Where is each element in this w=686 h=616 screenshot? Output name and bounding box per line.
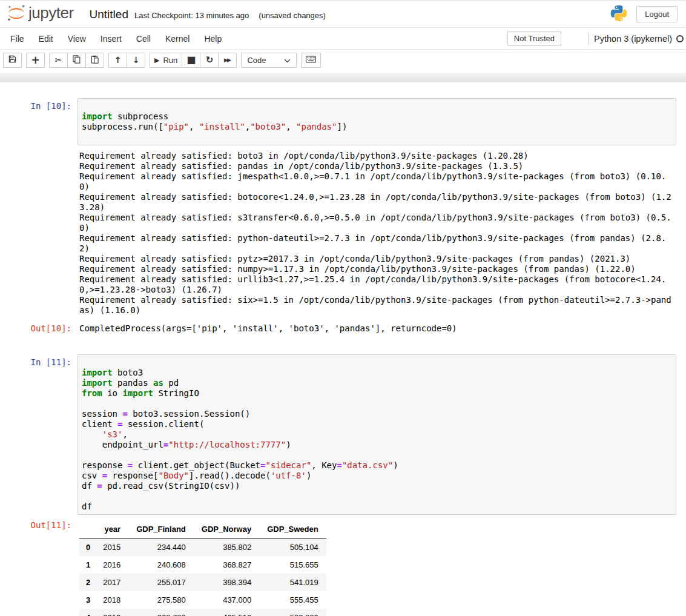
dataframe-table: yearGDP_FinlandGDP_NorwayGDP_Sweden02015…: [79, 520, 326, 616]
code-cell: In [11]: import boto3import pandas as pd…: [9, 354, 676, 515]
menu-insert[interactable]: Insert: [93, 34, 129, 44]
cell-type-value: Code: [247, 56, 266, 65]
menu-help[interactable]: Help: [197, 34, 229, 44]
menu-edit[interactable]: Edit: [31, 34, 61, 44]
move-cell-up-button[interactable]: ↑: [108, 53, 127, 68]
output-prompt: Out[10]:: [9, 323, 78, 334]
cut-cell-button[interactable]: ✂: [49, 53, 68, 68]
autosave-status: (unsaved changes): [259, 11, 326, 20]
jupyter-logo-icon: [6, 3, 27, 26]
kernel-idle-icon: [676, 35, 684, 42]
restart-run-all-button[interactable]: ▶▶: [218, 53, 237, 68]
code-editor[interactable]: import subprocesssubprocess.run(["pip", …: [78, 98, 676, 145]
execute-result-row: Out[10]: CompletedProcess(args=['pip', '…: [9, 323, 676, 334]
title-area: Untitled Last Checkpoint: 13 minutes ago…: [90, 8, 326, 21]
input-prompt: In [10]:: [9, 98, 78, 111]
header-right: Logout: [610, 4, 678, 25]
menu-bar: File Edit View Insert Cell Kernel Help N…: [0, 28, 686, 50]
header: jupyter Untitled Last Checkpoint: 13 min…: [0, 1, 686, 28]
fast-forward-icon: ▶▶: [224, 58, 231, 63]
keyboard-icon: [306, 56, 316, 65]
code-lines: import subprocesssubprocess.run(["pip", …: [82, 101, 672, 142]
paste-icon: [91, 55, 99, 65]
restart-kernel-button[interactable]: ↻: [200, 53, 219, 68]
header-shadow-band: [0, 73, 686, 82]
notebook-title[interactable]: Untitled: [90, 8, 128, 21]
dataframe-output: yearGDP_FinlandGDP_NorwayGDP_Sweden02015…: [78, 520, 326, 616]
python-logo-icon: [610, 4, 628, 25]
output-stream-row: Requirement already satisfied: boto3 in …: [9, 151, 676, 316]
copy-cell-button[interactable]: [67, 53, 86, 68]
run-label: Run: [163, 56, 177, 65]
plus-icon: +: [31, 55, 39, 65]
menu-file[interactable]: File: [3, 34, 31, 44]
kernel-separator: [588, 33, 589, 45]
arrow-down-icon: ↓: [133, 56, 140, 64]
stream-output: Requirement already satisfied: boto3 in …: [78, 151, 672, 316]
notebook-app: jupyter Untitled Last Checkpoint: 13 min…: [0, 0, 686, 616]
interrupt-kernel-button[interactable]: ■: [182, 53, 200, 68]
add-cell-button[interactable]: +: [26, 53, 45, 68]
not-trusted-badge[interactable]: Not Trusted: [507, 31, 561, 46]
menu-view[interactable]: View: [61, 34, 93, 44]
code-cell: In [10]: import subprocesssubprocess.run…: [9, 98, 676, 145]
execute-result-row: Out[11]: yearGDP_FinlandGDP_NorwayGDP_Sw…: [9, 520, 676, 616]
input-prompt: In [11]:: [9, 354, 78, 368]
output-prompt: Out[11]:: [9, 520, 78, 531]
checkpoint-status: Last Checkpoint: 13 minutes ago: [134, 11, 249, 20]
save-icon: [8, 55, 16, 65]
chevron-down-icon: [284, 56, 291, 65]
execute-result-text: CompletedProcess(args=['pip', 'install',…: [78, 323, 457, 334]
menu-cell[interactable]: Cell: [129, 34, 158, 44]
paste-cell-button[interactable]: [85, 53, 104, 68]
save-button[interactable]: [3, 53, 22, 68]
kernel-name: Python 3 (ipykernel): [594, 34, 672, 44]
copy-icon: [73, 55, 81, 65]
logout-button[interactable]: Logout: [636, 6, 678, 22]
notebook-area: In [10]: import subprocesssubprocess.run…: [0, 82, 686, 616]
play-icon: ▶: [154, 57, 159, 64]
jupyter-logo[interactable]: jupyter: [6, 3, 74, 26]
menubar-right: Not Trusted Python 3 (ipykernel): [507, 31, 684, 46]
stop-icon: ■: [186, 55, 196, 65]
arrow-up-icon: ↑: [114, 56, 122, 64]
jupyter-logo-text: jupyter: [28, 4, 74, 22]
run-button[interactable]: ▶ Run: [150, 53, 182, 68]
command-palette-button[interactable]: [301, 53, 321, 68]
code-editor[interactable]: import boto3import pandas as pdfrom io i…: [78, 354, 676, 515]
cell-type-select[interactable]: Code: [241, 53, 297, 68]
restart-icon: ↻: [206, 56, 214, 65]
code-lines: import boto3import pandas as pdfrom io i…: [82, 357, 672, 512]
menu-kernel[interactable]: Kernel: [158, 34, 197, 44]
toolbar: + ✂ ↑ ↓ ▶ Run ■ ↻: [0, 50, 686, 70]
scissors-icon: ✂: [55, 56, 62, 64]
move-cell-down-button[interactable]: ↓: [127, 53, 145, 68]
